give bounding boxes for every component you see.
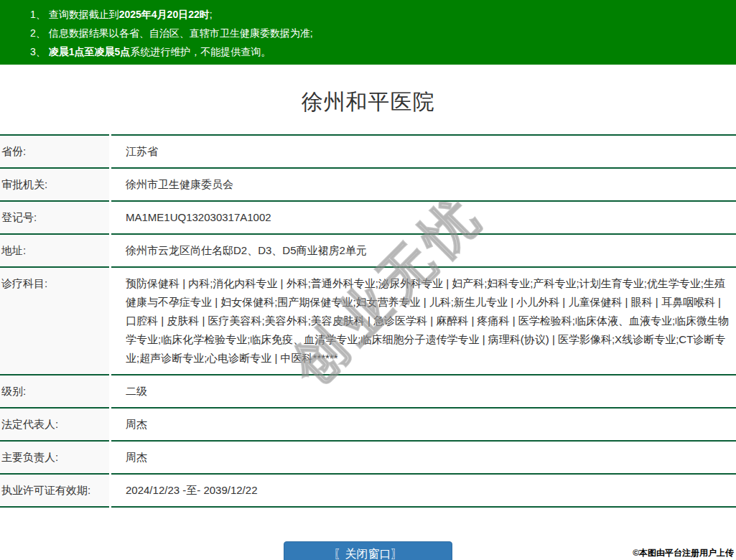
row-value: MA1ME1UQ132030317A1002: [111, 202, 736, 235]
row-label: 登记号:: [0, 202, 109, 235]
row-label: 级别:: [0, 375, 109, 409]
row-value: 徐州市卫生健康委员会: [111, 169, 736, 202]
notice-text: 1、 查询数据截止到: [30, 9, 119, 20]
notice-bold-text: 凌晨1点至凌晨5点: [49, 46, 131, 57]
table-row-level: 级别: 二级: [0, 375, 736, 409]
notice-text: ;: [210, 9, 213, 20]
row-value: 江苏省: [111, 134, 736, 169]
row-value: 2024/12/23 -至- 2039/12/22: [111, 475, 736, 508]
row-value: 周杰: [111, 442, 736, 475]
table-row-main-person-in-charge: 主要负责人: 周杰: [0, 442, 736, 475]
table-row-province: 省份: 江苏省: [0, 134, 736, 169]
table-row-registration-number: 登记号: MA1ME1UQ132030317A1002: [0, 202, 736, 235]
page: 1、 查询数据截止到2025年4月20日22时; 2、 信息数据结果以各省、自治…: [0, 0, 736, 560]
notice-header: 1、 查询数据截止到2025年4月20日22时; 2、 信息数据结果以各省、自治…: [0, 0, 736, 65]
notice-line-1: 1、 查询数据截止到2025年4月20日22时;: [30, 5, 722, 24]
row-label: 主要负责人:: [0, 442, 109, 475]
button-row: 〖关闭窗口〗: [0, 541, 736, 560]
notice-text: 2、 信息数据结果以各省、自治区、直辖市卫生健康委数据为准;: [30, 27, 313, 39]
row-label: 法定代表人:: [0, 409, 109, 442]
table-row-approval-authority: 审批机关: 徐州市卫生健康委员会: [0, 169, 736, 202]
notice-text: 3、: [30, 46, 49, 57]
row-label: 执业许可证有效期:: [0, 475, 109, 508]
row-value: 徐州市云龙区尚仕名邸D2、D3、D5商业裙房2单元: [111, 235, 736, 268]
row-value: 预防保健科 | 内科;消化内科专业 | 外科;普通外科专业;泌尿外科专业 | 妇…: [111, 268, 736, 375]
row-label: 审批机关:: [0, 169, 109, 202]
row-label: 诊疗科目:: [0, 268, 109, 375]
table-row-address: 地址: 徐州市云龙区尚仕名邸D2、D3、D5商业裙房2单元: [0, 235, 736, 268]
hospital-info-table: 省份: 江苏省 审批机关: 徐州市卫生健康委员会 登记号: MA1ME1UQ13…: [0, 134, 736, 508]
close-window-button[interactable]: 〖关闭窗口〗: [284, 541, 452, 560]
notice-text: 系统进行维护，不能提供查询。: [130, 46, 271, 57]
notice-line-3: 3、 凌晨1点至凌晨5点系统进行维护，不能提供查询。: [30, 42, 722, 61]
table-row-medical-subjects: 诊疗科目: 预防保健科 | 内科;消化内科专业 | 外科;普通外科专业;泌尿外科…: [0, 268, 736, 375]
row-value: 二级: [111, 375, 736, 409]
table-row-license-validity: 执业许可证有效期: 2024/12/23 -至- 2039/12/22: [0, 475, 736, 508]
upload-credit-text: ©本图由平台注册用户上传: [633, 547, 734, 559]
row-label: 省份:: [0, 134, 109, 169]
notice-line-2: 2、 信息数据结果以各省、自治区、直辖市卫生健康委数据为准;: [30, 24, 722, 42]
table-row-legal-representative: 法定代表人: 周杰: [0, 409, 736, 442]
row-label: 地址:: [0, 235, 109, 268]
notice-bold-text: 2025年4月20日22时: [119, 9, 210, 20]
row-value: 周杰: [111, 409, 736, 442]
page-title: 徐州和平医院: [0, 88, 736, 117]
